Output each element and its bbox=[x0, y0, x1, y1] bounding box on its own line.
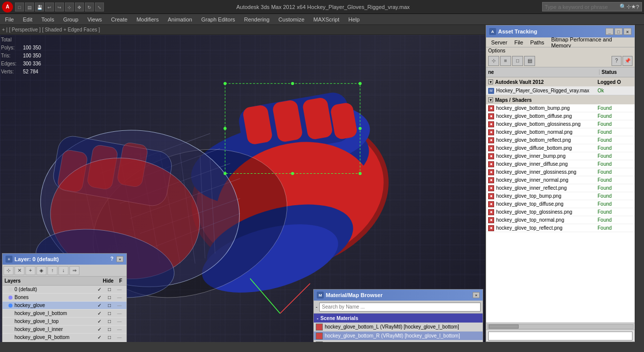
menu-group[interactable]: Group bbox=[59, 15, 82, 23]
menu-animation[interactable]: Animation bbox=[164, 15, 196, 23]
layer-row-l-top[interactable]: hockey_glove_l_top ✓ □ — bbox=[2, 318, 126, 326]
undo-icon[interactable]: ↩ bbox=[45, 2, 54, 11]
layer-row-bones[interactable]: Bones ✓ □ — bbox=[2, 294, 126, 302]
at-file-11[interactable]: ■ hockey_glove_top_bump.png Found bbox=[486, 192, 635, 200]
layer-check-l-top[interactable]: □ bbox=[104, 319, 114, 324]
layers-add-obj-btn[interactable]: + bbox=[25, 266, 35, 275]
layer-vis-l-inner[interactable]: ✓ bbox=[94, 327, 104, 332]
maps-expand-icon[interactable]: ▾ bbox=[488, 97, 493, 102]
at-scrollbar-track[interactable] bbox=[487, 324, 634, 329]
at-tb-btn-help[interactable]: ? bbox=[612, 56, 622, 66]
material-row-1[interactable]: hockey_glove_bottom_R (VRayMtl) [hockey_… bbox=[314, 332, 483, 341]
at-file-8[interactable]: ■ hockey_glove_inner_glossiness.png Foun… bbox=[486, 168, 635, 176]
layer-row-r-top[interactable]: hoockey_glove_R_top ✓ □ — bbox=[2, 342, 126, 342]
select-icon[interactable]: ⊹ bbox=[65, 2, 74, 11]
material-row-2[interactable]: hockey_glove_inner_L (VRayMtl) [hockey_g… bbox=[314, 341, 483, 342]
help-icon[interactable]: ? bbox=[636, 4, 639, 10]
at-tb-btn2[interactable]: ≡ bbox=[500, 56, 511, 66]
layers-up-btn[interactable]: ↑ bbox=[47, 266, 57, 275]
layer-check-default[interactable]: □ bbox=[104, 287, 114, 292]
menu-tools[interactable]: Tools bbox=[37, 15, 58, 23]
rotate-icon[interactable]: ↻ bbox=[85, 2, 94, 11]
viewport[interactable]: Total Polys: 100 350 Tris: 100 350 Edges… bbox=[0, 35, 485, 342]
redo-icon[interactable]: ↪ bbox=[55, 2, 64, 11]
layer-vis-l-top[interactable]: ✓ bbox=[94, 319, 104, 324]
layer-check-r-bottom[interactable]: □ bbox=[104, 335, 114, 340]
at-tb-btn3[interactable]: □ bbox=[512, 56, 523, 66]
at-file-10[interactable]: ■ hockey_glove_inner_reflect.png Found bbox=[486, 184, 635, 192]
layer-vis-hockey-glove[interactable]: ✓ bbox=[94, 303, 104, 308]
layer-vis-default[interactable]: ✓ bbox=[94, 287, 104, 292]
at-close-btn[interactable]: × bbox=[624, 28, 632, 35]
at-tb-btn1[interactable]: ⊹ bbox=[488, 56, 499, 66]
menu-edit[interactable]: Edit bbox=[19, 15, 36, 23]
open-icon[interactable]: ▤ bbox=[25, 2, 34, 11]
menu-modifiers[interactable]: Modifiers bbox=[132, 15, 163, 23]
layer-check-bones[interactable]: □ bbox=[104, 295, 114, 300]
layers-close-btn[interactable]: × bbox=[116, 256, 123, 262]
layers-down-btn[interactable]: ↓ bbox=[58, 266, 68, 275]
menu-maxscript[interactable]: MAXScript bbox=[309, 15, 343, 23]
at-main-file-row[interactable]: M Hockey_Player_Gloves_Rigged_vray.max O… bbox=[486, 86, 635, 95]
at-file-15[interactable]: ■ hockey_glove_top_reflect.png Found bbox=[486, 224, 635, 232]
menu-rendering[interactable]: Rendering bbox=[240, 15, 274, 23]
search2-icon[interactable]: ⊹ bbox=[627, 3, 631, 10]
layer-vis-bones[interactable]: ✓ bbox=[94, 295, 104, 300]
material-search-input[interactable] bbox=[319, 303, 481, 312]
at-scrollbar-thumb[interactable] bbox=[489, 325, 519, 329]
at-horizontal-scrollbar[interactable] bbox=[486, 323, 635, 330]
at-file-3[interactable]: ■ hockey_glove_bottom_normal.png Found bbox=[486, 128, 635, 136]
layer-check-l-bottom[interactable]: □ bbox=[104, 311, 114, 316]
menu-graph-editors[interactable]: Graph Editors bbox=[197, 15, 239, 23]
material-browser-close-btn[interactable]: × bbox=[473, 292, 480, 298]
menu-customize[interactable]: Customize bbox=[274, 15, 308, 23]
layer-check-l-inner[interactable]: □ bbox=[104, 327, 114, 332]
search-input[interactable] bbox=[545, 4, 620, 10]
layers-merge-btn[interactable]: ⇒ bbox=[69, 266, 79, 275]
at-file-14[interactable]: ■ hockey_glove_top_normal.png Found bbox=[486, 216, 635, 224]
at-menu-paths[interactable]: Paths bbox=[527, 38, 547, 46]
at-file-0[interactable]: ■ hockey_glove_bottom_bump.png Found bbox=[486, 104, 635, 112]
menu-file[interactable]: File bbox=[1, 15, 18, 23]
menu-help[interactable]: Help bbox=[344, 15, 364, 23]
scale-icon[interactable]: ⤡ bbox=[95, 2, 104, 11]
search-box[interactable]: 🔍 ⊹ ★ ? bbox=[542, 2, 642, 11]
bookmark-icon[interactable]: ★ bbox=[631, 3, 636, 10]
at-file-4[interactable]: ■ hockey_glove_bottom_reflect.png Found bbox=[486, 136, 635, 144]
layer-row-r-bottom[interactable]: hockey_glove_R_bottom ✓ □ — bbox=[2, 334, 126, 342]
layers-help-btn[interactable]: ? bbox=[108, 256, 115, 262]
at-file-13[interactable]: ■ hockey_glove_top_glossiness.png Found bbox=[486, 208, 635, 216]
layer-row-hockey-glove[interactable]: hockey_glove ✓ □ — bbox=[2, 302, 126, 310]
at-minimize-btn[interactable]: _ bbox=[606, 28, 614, 35]
layer-row-default[interactable]: 0 (default) ✓ □ — bbox=[2, 286, 126, 294]
menu-views[interactable]: Views bbox=[83, 15, 106, 23]
material-row-0[interactable]: hockey_glove_bottom_L (VRayMtl) [hockey_… bbox=[314, 323, 483, 332]
layer-vis-l-bottom[interactable]: ✓ bbox=[94, 311, 104, 316]
at-menu-server[interactable]: Server bbox=[488, 38, 510, 46]
at-file-6[interactable]: ■ hockey_glove_inner_bump.png Found bbox=[486, 152, 635, 160]
move-icon[interactable]: ✥ bbox=[75, 2, 84, 11]
layer-row-l-inner[interactable]: hockey_glove_l_inner ✓ □ — bbox=[2, 326, 126, 334]
at-file-9[interactable]: ■ hockey_glove_inner_normal.png Found bbox=[486, 176, 635, 184]
layers-sel-btn[interactable]: ◈ bbox=[36, 266, 46, 275]
search-icon[interactable]: 🔍 bbox=[620, 3, 627, 10]
at-file-12[interactable]: ■ hockey_glove_top_diffuse.png Found bbox=[486, 200, 635, 208]
at-tb-btn-pin[interactable]: 📌 bbox=[623, 56, 633, 66]
save-icon[interactable]: 💾 bbox=[35, 2, 44, 11]
at-tb-btn4[interactable]: ▤ bbox=[524, 56, 535, 66]
at-file-7[interactable]: ■ hockey_glove_inner_diffuse.png Found bbox=[486, 160, 635, 168]
at-file-1[interactable]: ■ hockey_glove_bottom_diffuse.png Found bbox=[486, 112, 635, 120]
layers-del-btn[interactable]: ✕ bbox=[14, 266, 24, 275]
menu-create[interactable]: Create bbox=[107, 15, 131, 23]
at-file-2[interactable]: ■ hockey_glove_bottom_glossiness.png Fou… bbox=[486, 120, 635, 128]
layer-vis-r-bottom[interactable]: ✓ bbox=[94, 335, 104, 340]
at-menu-file[interactable]: File bbox=[511, 38, 526, 46]
layers-add-btn[interactable]: ⊹ bbox=[3, 266, 13, 275]
layer-row-l-bottom[interactable]: hockey_glove_l_bottom ✓ □ — bbox=[2, 310, 126, 318]
at-file-5[interactable]: ■ hockey_glove_diffuse_bottom.png Found bbox=[486, 144, 635, 152]
at-path-input[interactable] bbox=[488, 332, 633, 341]
at-menu-options[interactable]: Options bbox=[488, 48, 505, 53]
asset-tracking-content[interactable]: ▾ Autodesk Vault 2012 Logged O M Hockey_… bbox=[486, 77, 635, 323]
new-icon[interactable]: □ bbox=[15, 2, 24, 11]
vault-expand-icon[interactable]: ▾ bbox=[488, 79, 493, 84]
